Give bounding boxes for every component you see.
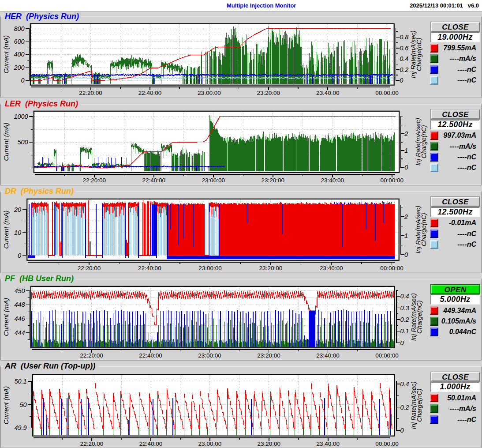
svg-text:23:00:00: 23:00:00 <box>198 265 222 271</box>
svg-text:50.1: 50.1 <box>14 378 26 385</box>
svg-text:23:40:00: 23:40:00 <box>316 90 340 96</box>
svg-text:Inj Rate(mA/sec): Inj Rate(mA/sec) <box>410 30 417 78</box>
svg-text:00:00:00: 00:00:00 <box>375 352 399 359</box>
svg-text:0.4: 0.4 <box>400 55 408 62</box>
svg-text:22:40:00: 22:40:00 <box>139 352 162 359</box>
svg-text:1: 1 <box>404 232 408 239</box>
svg-text:23:20:00: 23:20:00 <box>258 440 281 447</box>
svg-text:0: 0 <box>400 77 403 84</box>
svg-text:2: 2 <box>404 213 408 220</box>
svg-text:23:00:00: 23:00:00 <box>198 90 221 96</box>
svg-text:0: 0 <box>400 339 404 346</box>
svg-text:Inj Rate(mA/sec): Inj Rate(mA/sec) <box>415 118 422 166</box>
svg-text:1000: 1000 <box>14 113 28 120</box>
svg-text:22:40:00: 22:40:00 <box>138 90 162 96</box>
svg-text:448: 448 <box>14 301 25 308</box>
svg-text:0.8: 0.8 <box>400 34 408 41</box>
svg-text:22:40:00: 22:40:00 <box>142 177 166 184</box>
svg-text:600: 600 <box>14 38 24 45</box>
svg-text:22:20:00: 22:20:00 <box>79 90 102 96</box>
svg-text:0.1: 0.1 <box>400 328 409 335</box>
svg-text:500: 500 <box>17 139 28 146</box>
svg-text:23:00:00: 23:00:00 <box>202 177 225 184</box>
svg-text:23:40:00: 23:40:00 <box>316 352 340 359</box>
svg-text:Current (mA): Current (mA) <box>3 386 10 425</box>
svg-text:0: 0 <box>18 252 21 259</box>
svg-text:23:40:00: 23:40:00 <box>320 265 343 271</box>
svg-text:0.6: 0.6 <box>400 45 409 52</box>
svg-text:23:00:00: 23:00:00 <box>198 440 222 447</box>
svg-text:49.9: 49.9 <box>14 424 26 431</box>
svg-text:23:40:00: 23:40:00 <box>321 177 344 184</box>
svg-text:23:20:00: 23:20:00 <box>257 352 280 359</box>
svg-text:Inj Rate(mA/sec): Inj Rate(mA/sec) <box>415 206 422 253</box>
svg-text:23:20:00: 23:20:00 <box>262 177 285 184</box>
svg-text:Current (mA): Current (mA) <box>3 298 10 336</box>
svg-text:22:20:00: 22:20:00 <box>80 352 103 359</box>
svg-text:0.2: 0.2 <box>400 66 408 73</box>
svg-text:23:00:00: 23:00:00 <box>198 352 221 359</box>
svg-text:22:20:00: 22:20:00 <box>78 265 101 271</box>
svg-text:0: 0 <box>404 251 408 258</box>
svg-text:800: 800 <box>14 25 24 32</box>
svg-text:10: 10 <box>14 229 21 236</box>
svg-text:22:20:00: 22:20:00 <box>80 440 104 447</box>
svg-text:0.3: 0.3 <box>400 305 409 312</box>
svg-text:22:40:00: 22:40:00 <box>139 440 163 447</box>
svg-text:00:00:00: 00:00:00 <box>375 90 399 96</box>
svg-text:0: 0 <box>400 427 404 434</box>
svg-text:50: 50 <box>20 401 27 408</box>
svg-text:00:00:00: 00:00:00 <box>381 177 404 184</box>
svg-text:444: 444 <box>14 329 25 336</box>
svg-text:0: 0 <box>21 77 25 84</box>
svg-text:22:40:00: 22:40:00 <box>138 265 161 271</box>
svg-text:23:40:00: 23:40:00 <box>316 440 340 447</box>
svg-text:Current (mA): Current (mA) <box>3 211 10 249</box>
svg-text:Current (mA): Current (mA) <box>3 123 10 161</box>
svg-text:2: 2 <box>404 130 408 137</box>
svg-text:446: 446 <box>14 315 25 322</box>
svg-text:0.4: 0.4 <box>400 293 409 300</box>
svg-text:00:00:00: 00:00:00 <box>380 265 404 271</box>
svg-text:Current (mA): Current (mA) <box>3 35 10 74</box>
svg-text:200: 200 <box>13 64 24 71</box>
svg-text:20: 20 <box>14 206 21 213</box>
svg-text:00:00:00: 00:00:00 <box>375 440 399 447</box>
svg-text:23:20:00: 23:20:00 <box>257 90 280 96</box>
svg-text:Inj Rate(mA/sec): Inj Rate(mA/sec) <box>411 381 418 429</box>
svg-text:0: 0 <box>404 164 408 171</box>
svg-text:400: 400 <box>14 51 24 58</box>
svg-text:0.4: 0.4 <box>400 380 409 388</box>
svg-text:1: 1 <box>404 147 408 154</box>
svg-text:22:20:00: 22:20:00 <box>83 177 106 184</box>
svg-text:0.2: 0.2 <box>400 404 409 411</box>
svg-text:450: 450 <box>14 287 25 294</box>
svg-text:23:20:00: 23:20:00 <box>259 265 283 271</box>
svg-text:0.2: 0.2 <box>400 316 409 323</box>
svg-text:Inj Rate(mA/sec): Inj Rate(mA/sec) <box>410 293 417 341</box>
